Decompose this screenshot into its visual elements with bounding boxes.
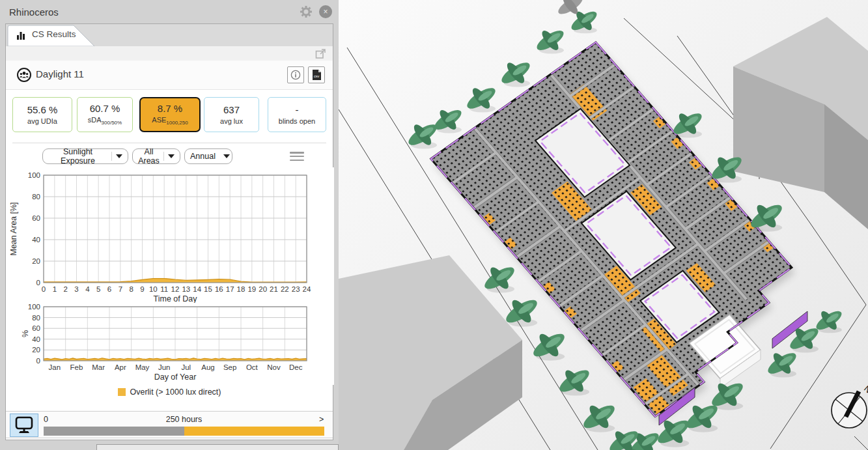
docked-panel-edge: [96, 444, 339, 450]
daylight-model-view[interactable]: N: [339, 0, 868, 450]
dropdown-label: Annual: [190, 152, 216, 161]
x-tick-label: 7: [119, 285, 122, 293]
x-category-label: Nov: [267, 363, 281, 371]
x-category-label: Mar: [92, 363, 105, 371]
panel-bottom-strip: [0, 440, 339, 450]
x-tick-label: 15: [204, 285, 212, 293]
x-tick-label: 4: [85, 285, 90, 293]
gear-icon[interactable]: [300, 5, 313, 18]
timeline-slider[interactable]: [44, 427, 324, 436]
x-category-label: Jan: [49, 363, 61, 371]
metric-label: avg UDIa: [27, 117, 57, 125]
x-tick-label: 12: [171, 285, 180, 293]
x-tick-label: 21: [270, 285, 278, 293]
x-category-label: Dec: [289, 363, 303, 371]
csv-file-icon: csv: [311, 69, 322, 81]
y-axis-label: Mean Area [%]: [9, 203, 18, 256]
x-tick-label: 17: [226, 285, 234, 293]
x-tick-label: 11: [160, 285, 168, 293]
info-button[interactable]: [287, 66, 304, 83]
x-tick-label: 23: [292, 285, 300, 293]
x-category-label: Feb: [70, 363, 83, 371]
y-tick-label: 60: [32, 324, 40, 332]
tab-label[interactable]: CS Results: [32, 29, 76, 39]
y-tick-label: 0: [36, 357, 40, 365]
y-tick-label: 100: [28, 303, 40, 311]
timeline-slider-fill: [184, 427, 325, 436]
area-filter-dropdown[interactable]: All Areas: [132, 148, 180, 164]
hourly-overlit-chart: 0204060801000123456789101112131415161718…: [6, 167, 334, 303]
y-tick-label: 80: [32, 193, 40, 201]
metric-sda[interactable]: 60.7 % sDA300/50%: [77, 97, 133, 132]
metric-blinds-open[interactable]: - blinds open: [268, 97, 326, 132]
x-tick-label: 22: [281, 285, 289, 293]
result-title: Daylight 11: [36, 68, 84, 79]
x-tick-label: 20: [259, 285, 267, 293]
dropdown-separator: [111, 152, 112, 161]
occupancy-icon: [16, 67, 32, 85]
metric-value: -: [296, 104, 299, 115]
x-axis-label: Time of Day: [154, 294, 198, 303]
metric-ase-selected[interactable]: 8.7 % ASE1000,250: [139, 97, 201, 132]
chevron-down-icon: [168, 154, 175, 158]
metric-value: 637: [223, 104, 240, 115]
screen-view-button[interactable]: [10, 414, 38, 437]
metric-avg-lux[interactable]: 637 avg lux: [204, 97, 259, 132]
dropdown-separator: [163, 152, 164, 161]
metric-label: sDA300/50%: [88, 116, 122, 126]
x-tick-label: 19: [247, 285, 256, 293]
timeline-threshold: 250 hours: [44, 415, 324, 424]
metric-value: 8.7 %: [158, 103, 182, 114]
legend-swatch: [118, 388, 126, 396]
y-tick-label: 0: [36, 279, 40, 287]
metric-type-dropdown[interactable]: Sunlight Exposure: [42, 148, 128, 164]
metric-label: avg lux: [220, 117, 243, 125]
x-category-label: Sep: [223, 363, 236, 371]
period-dropdown[interactable]: Annual: [184, 148, 232, 164]
x-tick-label: 24: [303, 285, 311, 293]
timeline-footer: 0 250 hours >: [6, 411, 333, 438]
close-icon[interactable]: ×: [319, 5, 332, 18]
timeline-next[interactable]: >: [319, 415, 324, 424]
x-tick-label: 18: [237, 285, 245, 293]
y-tick-label: 60: [32, 214, 40, 222]
x-tick-label: 9: [140, 285, 144, 293]
panel-titlebar: Rhinoceros ×: [0, 0, 339, 23]
chart-legend: Overlit (> 1000 lux direct): [6, 387, 333, 397]
divider: [12, 143, 326, 143]
x-tick-label: 8: [129, 285, 133, 293]
info-icon: [290, 70, 301, 80]
rhino-3d-viewport[interactable]: N: [339, 0, 868, 450]
x-category-label: Aug: [201, 363, 214, 371]
chevron-down-icon: [223, 154, 230, 158]
menu-icon[interactable]: [290, 152, 304, 161]
dropdown-label: All Areas: [138, 147, 160, 165]
y-tick-label: 40: [32, 236, 40, 244]
x-category-label: Jun: [158, 363, 171, 371]
x-category-label: May: [135, 363, 150, 371]
monitor-icon: [14, 416, 34, 434]
export-csv-button[interactable]: csv: [308, 66, 325, 83]
y-tick-label: 20: [32, 257, 40, 265]
x-tick-label: 6: [107, 285, 111, 293]
popout-icon[interactable]: [315, 48, 326, 62]
panel-card: CS Results: [5, 23, 333, 440]
x-tick-label: 14: [193, 285, 201, 293]
rhinoceros-window: Rhinoceros ×: [0, 0, 868, 450]
results-toolbar: [6, 46, 333, 61]
x-tick-label: 3: [74, 285, 78, 293]
cs-results-panel: Rhinoceros ×: [0, 0, 339, 450]
annual-overlit-chart: 020406080100JanFebMarAprMayJunJulAugSepO…: [6, 303, 334, 385]
metric-avg-udi[interactable]: 55.6 % avg UDIa: [12, 97, 72, 132]
chevron-down-icon: [116, 154, 122, 158]
y-tick-label: 100: [28, 171, 40, 179]
x-tick-label: 5: [96, 285, 100, 293]
result-header: Daylight 11 csv: [6, 61, 333, 90]
y-axis-label: %: [21, 330, 30, 337]
metric-value: 60.7 %: [90, 103, 120, 114]
y-tick-label: 80: [32, 314, 40, 322]
metric-value: 55.6 %: [27, 104, 58, 115]
x-tick-label: 16: [215, 285, 223, 293]
x-tick-label: 0: [42, 285, 46, 293]
legend-label: Overlit (> 1000 lux direct): [130, 387, 221, 397]
